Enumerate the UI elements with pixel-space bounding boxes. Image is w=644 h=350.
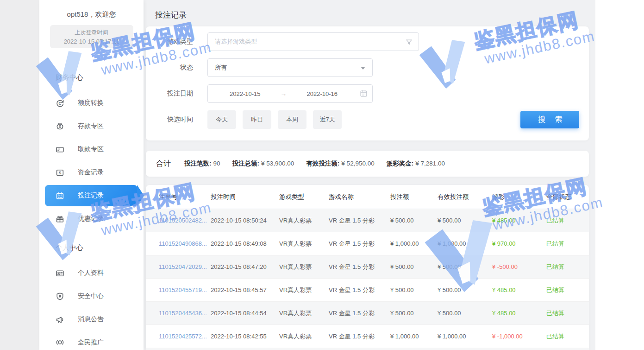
last-login-box: 上次登录时间 2022-10-15 07:17:11 xyxy=(50,25,133,48)
id-card-icon xyxy=(55,268,65,278)
sidebar-item-bet-record[interactable]: 投注记录 xyxy=(45,185,138,206)
money-bag-icon: S xyxy=(55,121,65,131)
date-start-input[interactable]: 2022-10-15 xyxy=(213,90,278,97)
personal-menu: 个人资料 安全中心 消息公告 全民推广 xyxy=(39,261,144,350)
order-id-link[interactable]: 1101520455719... xyxy=(159,286,211,293)
table-row: 1101520445436... 2022-10-15 08:44:54 VR真… xyxy=(146,302,589,325)
last-login-time: 2022-10-15 07:17:11 xyxy=(50,38,133,45)
section-title-finance: 财务中心 xyxy=(56,73,144,82)
people-icon xyxy=(55,337,65,348)
summary-valid-bet: 有效投注额:¥ 52,950.00 xyxy=(306,159,374,168)
chevron-down-icon xyxy=(361,67,365,70)
filter-funnel-icon xyxy=(406,38,413,47)
sidebar: opt518，欢迎您 上次登录时间 2022-10-15 07:17:11 财务… xyxy=(39,0,144,350)
game-type-select[interactable]: 请选择游戏类型 xyxy=(207,32,419,51)
table-row: 1101520472029... 2022-10-15 08:47:20 VR真… xyxy=(146,255,589,279)
summary-bet-total: 投注总额:¥ 53,900.00 xyxy=(232,159,294,168)
status-badge: 已结算 xyxy=(546,263,589,271)
date-range-picker[interactable]: 2022-10-15 → 2022-10-16 xyxy=(207,84,373,103)
status-select[interactable]: 所有 xyxy=(207,58,373,77)
bet-date-label: 投注日期 xyxy=(146,89,193,98)
order-id-link[interactable]: 1101520425572... xyxy=(159,333,211,340)
svg-text:S: S xyxy=(58,124,61,129)
order-id-link[interactable]: 1101520502482... xyxy=(159,217,211,224)
table-row: 1101520425572... 2022-10-15 08:42:55 VR真… xyxy=(146,325,589,348)
order-id-link[interactable]: 1101520490868... xyxy=(159,240,211,247)
bet-records-table: 注单号 投注时间 游戏类型 游戏名称 投注额 有效投注额 派彩 全部状态 110… xyxy=(146,185,589,350)
summary-total-label: 合计 xyxy=(156,159,171,169)
game-type-label: 游戏类型 xyxy=(146,38,193,46)
bank-card-icon xyxy=(55,144,65,154)
banknote-icon: S xyxy=(55,167,65,178)
table-row: 1101520490868... 2022-10-15 08:49:08 VR真… xyxy=(146,232,589,255)
svg-text:S: S xyxy=(58,170,61,175)
status-badge: 已结算 xyxy=(546,309,589,318)
right-gutter xyxy=(595,0,644,350)
sidebar-item-funds-record[interactable]: S 资金记录 xyxy=(39,161,144,184)
sidebar-item-deposit[interactable]: S 存款专区 xyxy=(39,115,144,138)
status-badge: 已结算 xyxy=(546,286,589,294)
sidebar-item-announcements[interactable]: 消息公告 xyxy=(39,308,144,331)
welcome-text: opt518，欢迎您 xyxy=(39,10,144,19)
svg-text:C: C xyxy=(58,101,61,105)
last-login-label: 上次登录时间 xyxy=(50,29,133,37)
shield-icon xyxy=(55,291,65,301)
filter-panel: 游戏类型 请选择游戏类型 状态 所有 投注日期 2022-10-15 → 202… xyxy=(146,26,589,140)
sidebar-item-referral[interactable]: 全民推广 xyxy=(39,331,144,350)
search-button[interactable]: 搜 索 xyxy=(520,111,579,128)
status-badge: 已结算 xyxy=(546,240,589,248)
sidebar-item-profile[interactable]: 个人资料 xyxy=(39,261,144,285)
quick-last7days-button[interactable]: 近7天 xyxy=(313,110,342,129)
gift-icon xyxy=(55,214,65,224)
page-title: 投注记录 xyxy=(155,10,187,20)
quick-this-week-button[interactable]: 本周 xyxy=(278,110,306,129)
table-header: 注单号 投注时间 游戏类型 游戏名称 投注额 有效投注额 派彩 全部状态 xyxy=(146,185,589,209)
status-badge: 已结算 xyxy=(546,216,589,225)
order-id-link[interactable]: 1101520472029... xyxy=(159,263,211,270)
date-end-input[interactable]: 2022-10-16 xyxy=(290,90,355,97)
quick-yesterday-button[interactable]: 昨日 xyxy=(243,110,271,129)
summary-payout-bonus: 派彩奖金:¥ 7,281.00 xyxy=(387,159,445,168)
bet-record-icon xyxy=(55,191,65,201)
sidebar-item-withdraw[interactable]: 取款专区 xyxy=(39,138,144,161)
finance-menu: C 额度转换 S 存款专区 取款专区 S 资金记录 投注记录 xyxy=(39,91,144,230)
sidebar-item-security[interactable]: 安全中心 xyxy=(39,285,144,308)
status-label: 状态 xyxy=(146,64,193,72)
summary-bar: 合计 投注笔数:90 投注总额:¥ 53,900.00 有效投注额:¥ 52,9… xyxy=(146,151,589,177)
section-title-personal: 个人中心 xyxy=(56,243,144,252)
quick-time-label: 快选时间 xyxy=(146,115,193,124)
status-badge: 已结算 xyxy=(546,332,589,341)
order-id-link[interactable]: 1101520445436... xyxy=(159,310,211,317)
sidebar-item-promo-record[interactable]: 优惠记录 xyxy=(39,207,144,230)
table-row: 1101520502482... 2022-10-15 08:50:24 VR真… xyxy=(146,209,589,232)
calendar-icon xyxy=(360,89,368,99)
table-row: 1101520455719... 2022-10-15 08:45:57 VR真… xyxy=(146,279,589,302)
left-gutter xyxy=(0,0,39,350)
quick-today-button[interactable]: 今天 xyxy=(207,110,236,129)
summary-bet-count: 投注笔数:90 xyxy=(184,159,220,168)
megaphone-icon xyxy=(55,314,65,325)
transfer-icon: C xyxy=(55,98,65,108)
next-row-sliver xyxy=(146,348,589,350)
sidebar-item-quota-transfer[interactable]: C 额度转换 xyxy=(39,91,144,115)
date-range-arrow-icon: → xyxy=(278,90,290,97)
